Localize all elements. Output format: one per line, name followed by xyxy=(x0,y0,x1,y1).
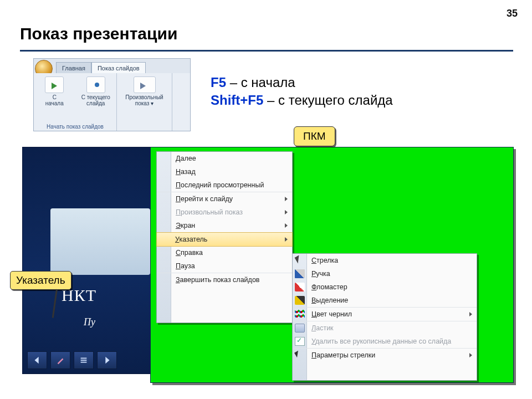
hotkey-f5-desc: – с начала xyxy=(226,75,295,90)
group-start-slideshow-label: Начать показ слайдов xyxy=(34,124,116,130)
menu-item-label: Произвольный показ xyxy=(176,208,243,216)
ic-pen-icon xyxy=(295,269,305,278)
submenu-arrow-icon xyxy=(285,223,288,228)
submenu-arrow-icon xyxy=(469,353,472,357)
from-beginning-icon xyxy=(45,76,64,93)
menu-item-label: Справка xyxy=(176,249,203,257)
menu-item-label: Цвет чернил xyxy=(311,310,352,318)
ctx-main-item-2[interactable]: Последний просмотренный xyxy=(157,178,292,192)
ribbon-slideshow: Главная Показ слайдов С начала С текущег… xyxy=(33,58,191,131)
slide-image xyxy=(50,208,150,275)
ic-eraser-icon xyxy=(295,324,305,332)
submenu-arrow-icon xyxy=(469,312,472,316)
ic-marker-icon xyxy=(295,283,305,291)
btn-custom-show-label: Произвольный показ ▾ xyxy=(125,94,163,106)
ctx-main-item-3[interactable]: Перейти к слайду xyxy=(157,192,292,206)
ic-del-icon xyxy=(295,337,305,346)
custom-show-icon xyxy=(134,76,156,93)
ctx-main-item-6[interactable]: Указатель xyxy=(156,232,293,247)
menu-item-label: Фломастер xyxy=(311,283,347,291)
menu-item-label: Завершить показ слайдов xyxy=(176,276,259,284)
submenu-arrow-icon xyxy=(285,237,288,242)
menu-item-label: Удалить все рукописные данные со слайда xyxy=(311,337,451,345)
menu-item-label: Ластик xyxy=(311,324,334,332)
title-divider xyxy=(20,50,513,52)
svg-rect-1 xyxy=(81,360,87,361)
btn-from-beginning-label: С начала xyxy=(45,94,64,106)
ctx-sub-item-0[interactable]: Стрелка xyxy=(293,254,477,267)
btn-from-beginning[interactable]: С начала xyxy=(34,73,75,131)
slideshow-toolbar xyxy=(27,351,117,369)
svg-rect-0 xyxy=(81,358,87,359)
toolbar-menu-button[interactable] xyxy=(74,351,94,369)
ic-opt-icon xyxy=(295,351,305,360)
ctx-sub-item-5: Ластик xyxy=(293,321,477,335)
btn-custom-show[interactable]: Произвольный показ ▾ xyxy=(117,73,172,131)
btn-from-current[interactable]: С текущего слайда xyxy=(75,73,117,131)
menu-item-label: Указатель xyxy=(175,236,207,243)
ctx-main-item-5[interactable]: Экран xyxy=(157,219,292,233)
hotkey-f5: F5 xyxy=(211,75,226,90)
ctx-main-item-7[interactable]: Справка xyxy=(157,246,292,259)
toolbar-pen-button[interactable] xyxy=(50,351,70,369)
from-current-icon xyxy=(86,76,105,93)
toolbar-next-button[interactable] xyxy=(97,351,117,369)
ctx-sub-item-2[interactable]: Фломастер xyxy=(293,280,477,294)
ctx-main-item-1[interactable]: Назад xyxy=(157,165,292,178)
toolbar-prev-button[interactable] xyxy=(27,351,47,369)
menu-item-label: Экран xyxy=(176,222,195,229)
page-title: Показ презентации xyxy=(20,24,177,43)
slide-subtitle-fragment: Пу xyxy=(84,316,95,328)
svg-rect-2 xyxy=(81,362,87,363)
context-menu-pointer-sub: СтрелкаРучкаФломастерВыделениеЦвет черни… xyxy=(292,253,477,381)
menu-item-label: Далее xyxy=(176,155,196,162)
menu-item-label: Параметры стрелки xyxy=(311,351,375,359)
callout-rightclick: ПКМ xyxy=(294,126,335,146)
ctx-main-item-9[interactable]: Завершить показ слайдов xyxy=(157,273,292,287)
ctx-main-item-8[interactable]: Пауза xyxy=(157,259,292,273)
ic-ink-icon xyxy=(295,310,305,319)
menu-item-label: Назад xyxy=(176,168,196,176)
menu-item-label: Пауза xyxy=(176,262,195,270)
tab-slideshow[interactable]: Показ слайдов xyxy=(91,62,146,74)
ic-arrow-icon xyxy=(295,256,305,265)
context-menu-main: ДалееНазадПоследний просмотренныйПерейти… xyxy=(156,151,293,323)
hotkey-shift-f5: Shift+F5 xyxy=(211,93,263,108)
ctx-sub-item-3[interactable]: Выделение xyxy=(293,294,477,308)
menu-item-label: Перейти к слайду xyxy=(176,195,233,203)
ctx-main-item-0[interactable]: Далее xyxy=(157,152,292,165)
submenu-arrow-icon xyxy=(285,210,288,214)
hotkeys-text: F5 – с начала Shift+F5 – с текущего слай… xyxy=(211,74,393,110)
page-number: 35 xyxy=(507,8,518,19)
ctx-sub-item-7[interactable]: Параметры стрелки xyxy=(293,349,477,362)
ic-high-icon xyxy=(295,296,305,305)
ctx-main-item-4: Произвольный показ xyxy=(157,206,292,219)
hotkey-shift-f5-desc: – с текущего слайда xyxy=(263,93,392,108)
menu-item-label: Выделение xyxy=(311,296,348,304)
ctx-sub-item-4[interactable]: Цвет чернил xyxy=(293,308,477,321)
submenu-arrow-icon xyxy=(285,197,288,201)
menu-item-label: Последний просмотренный xyxy=(176,181,264,189)
menu-item-label: Стрелка xyxy=(311,257,338,264)
btn-from-current-label: С текущего слайда xyxy=(81,94,110,106)
menu-item-label: Ручка xyxy=(311,270,330,278)
callout-pointer: Указатель xyxy=(10,271,71,290)
tab-home[interactable]: Главная xyxy=(56,62,91,74)
ctx-sub-item-6: Удалить все рукописные данные со слайда xyxy=(293,335,477,349)
ctx-sub-item-1[interactable]: Ручка xyxy=(293,267,477,280)
